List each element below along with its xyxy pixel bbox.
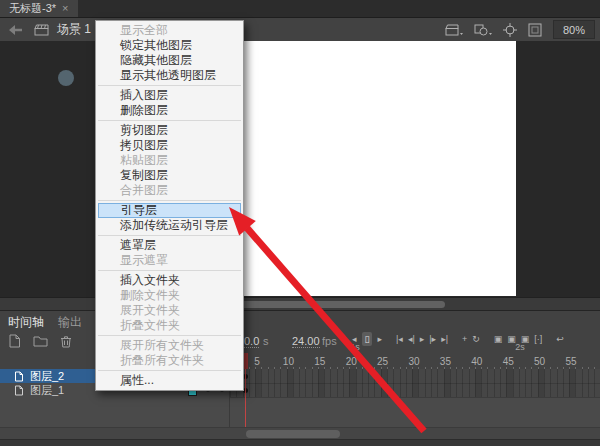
menu-item: 折叠所有文件夹: [96, 353, 243, 368]
layer-name[interactable]: 图层_1: [30, 383, 64, 398]
menu-item[interactable]: 显示其他透明图层: [96, 68, 243, 83]
ruler-frame-number: 35: [440, 356, 451, 367]
menu-item[interactable]: 复制图层: [96, 168, 243, 183]
new-folder-button[interactable]: [33, 335, 48, 347]
menu-item: 显示全部: [96, 23, 243, 38]
menu-item[interactable]: 遮罩层: [96, 238, 243, 253]
timeline-horizontal-scrollbar-thumb[interactable]: [246, 430, 340, 438]
ruler-frame-number: 20: [346, 356, 357, 367]
pasteboard-circle-object[interactable]: [58, 70, 74, 86]
ruler-frame-number: 30: [408, 356, 419, 367]
ruler-frame-number: 40: [471, 356, 482, 367]
timeline-tab[interactable]: 时间轴: [8, 314, 44, 331]
timeline-panel: 时间轴输出 0.0 s 24.00 fps ◂▯▸|◂◂|▸|▸▸|+↻▣▣▣[…: [0, 310, 600, 446]
ruler-frame-number: 10: [283, 356, 294, 367]
clapperboard-icon: [34, 24, 49, 36]
menu-separator: [98, 235, 241, 236]
layer-page-icon: [14, 371, 24, 382]
document-tab[interactable]: 无标题-3* ×: [0, 0, 78, 17]
document-tab-bar: 无标题-3* ×: [0, 0, 600, 18]
menu-item[interactable]: 插入图层: [96, 88, 243, 103]
clip-content-icon[interactable]: [528, 23, 542, 37]
ruler-frame-number: 5: [254, 356, 260, 367]
zoom-level-dropdown[interactable]: 80%: [553, 20, 595, 39]
document-title: 无标题-3*: [9, 1, 56, 16]
ruler-frame-number: 55: [565, 356, 576, 367]
menu-item: 粘贴图层: [96, 153, 243, 168]
menu-separator: [98, 335, 241, 336]
menu-item[interactable]: 拷贝图层: [96, 138, 243, 153]
stage-horizontal-scrollbar[interactable]: [0, 297, 600, 311]
new-layer-button[interactable]: [8, 334, 21, 348]
menu-item: 删除文件夹: [96, 288, 243, 303]
close-icon[interactable]: ×: [62, 3, 68, 14]
stage-pasteboard: [0, 41, 600, 297]
edit-bar: 场景 1 80: [0, 18, 600, 42]
menu-separator: [98, 370, 241, 371]
menu-item: 展开所有文件夹: [96, 338, 243, 353]
delete-layer-button[interactable]: [60, 335, 72, 348]
menu-item[interactable]: 剪切图层: [96, 123, 243, 138]
ruler-second-marker: 2s: [515, 342, 525, 352]
scene-breadcrumb[interactable]: 场景 1: [57, 21, 91, 38]
menu-separator: [98, 270, 241, 271]
ruler-frame-number: 25: [377, 356, 388, 367]
ruler-frame-number: 15: [314, 356, 325, 367]
menu-item[interactable]: 隐藏其他图层: [96, 53, 243, 68]
timeline-tab-strip: 时间轴输出: [8, 314, 82, 331]
edit-symbols-icon[interactable]: [474, 24, 492, 36]
menu-separator: [98, 120, 241, 121]
layer-name[interactable]: 图层_2: [30, 369, 64, 384]
menu-item[interactable]: 属性...: [96, 373, 243, 388]
stage-horizontal-scrollbar-thumb[interactable]: [240, 301, 445, 308]
menu-item[interactable]: 插入文件夹: [96, 273, 243, 288]
layer-page-icon: [14, 385, 24, 396]
ruler-seconds: 1s2s: [230, 342, 600, 353]
menu-separator: [98, 85, 241, 86]
timeline-layer-tools: [8, 334, 72, 348]
menu-item: 展开文件夹: [96, 303, 243, 318]
context-menu: 显示全部锁定其他图层隐藏其他图层显示其他透明图层插入图层删除图层剪切图层拷贝图层…: [95, 20, 244, 391]
menu-item: 显示遮罩: [96, 253, 243, 268]
menu-item[interactable]: 引导层: [98, 203, 241, 218]
menu-item: 合并图层: [96, 183, 243, 198]
frame-row-separator: [230, 383, 600, 384]
timeline-tab[interactable]: 输出: [58, 314, 82, 331]
edit-scene-icon[interactable]: [445, 24, 463, 36]
center-frame-icon[interactable]: [503, 23, 517, 37]
ruler-frame-number: 45: [503, 356, 514, 367]
menu-item[interactable]: 删除图层: [96, 103, 243, 118]
menu-item[interactable]: 添加传统运动引导层: [96, 218, 243, 233]
frames-grid[interactable]: [230, 369, 600, 398]
menu-item: 折叠文件夹: [96, 318, 243, 333]
ruler-second-marker: 1s: [350, 342, 360, 352]
timeline-ruler[interactable]: 510152025303540455055: [230, 353, 600, 369]
menu-item[interactable]: 锁定其他图层: [96, 38, 243, 53]
back-arrow-icon[interactable]: [9, 25, 22, 35]
menu-separator: [98, 200, 241, 201]
ruler-frame-number: 50: [534, 356, 545, 367]
timeline-bottom-strip: [0, 439, 600, 446]
